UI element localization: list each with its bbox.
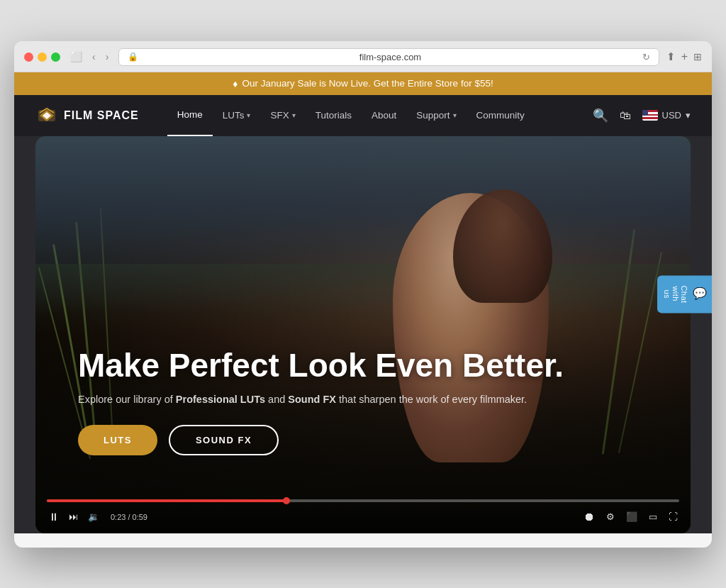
logo-link[interactable]: FILM SPACE	[35, 104, 139, 127]
play-circle-button[interactable]: ⏺	[582, 509, 596, 525]
chat-button[interactable]: 💬 Chat with us	[657, 275, 712, 313]
miniplayer-icon[interactable]: ⬛	[625, 510, 639, 523]
nav-support[interactable]: Support ▾	[406, 95, 466, 136]
reload-icon[interactable]: ↻	[642, 52, 650, 62]
share-icon[interactable]: ⬆	[666, 50, 676, 63]
volume-button[interactable]: 🔉	[86, 510, 101, 523]
browser-back-arrow[interactable]: ‹	[89, 50, 99, 64]
nav-luts[interactable]: LUTs ▾	[213, 95, 261, 136]
hero-subtitle: Explore our library of Professional LUTs…	[78, 394, 648, 405]
navigation: FILM SPACE Home LUTs ▾ SFX ▾ Tutorials	[14, 95, 712, 136]
browser-forward-arrow[interactable]: ›	[103, 50, 112, 64]
skip-forward-button[interactable]: ⏭	[67, 510, 79, 523]
video-progress-fill	[47, 499, 287, 502]
video-controls: ⏸ ⏭ 🔉 0:23 / 0:59 ⏺ ⚙ ⬛ ▭ ⛶	[35, 494, 691, 533]
us-flag-icon	[642, 110, 658, 121]
nav-sfx[interactable]: SFX ▾	[260, 95, 305, 136]
nav-tutorials[interactable]: Tutorials	[306, 95, 362, 136]
logo-text: FILM SPACE	[64, 109, 139, 122]
browser-nav-controls: ⬜ ‹ ›	[67, 50, 111, 64]
video-right-controls: ⏺ ⚙ ⬛ ▭ ⛶	[582, 509, 679, 525]
new-tab-icon[interactable]: +	[681, 50, 688, 63]
minimize-button[interactable]	[38, 52, 47, 62]
chat-icon: 💬	[693, 287, 706, 301]
currency-selector[interactable]: USD ▾	[642, 110, 691, 121]
controls-row: ⏸ ⏭ 🔉 0:23 / 0:59 ⏺ ⚙ ⬛ ▭ ⛶	[47, 509, 679, 525]
nav-community[interactable]: Community	[467, 95, 535, 136]
hero-buttons: LUTS SOUND FX	[78, 425, 648, 455]
chevron-down-icon: ▾	[247, 111, 250, 119]
close-button[interactable]	[24, 52, 33, 62]
soundfx-button[interactable]: SOUND FX	[169, 425, 279, 455]
theater-mode-icon[interactable]: ▭	[647, 510, 659, 523]
address-bar[interactable]: 🔒 film-space.com ↻	[118, 48, 659, 66]
nav-links: Home LUTs ▾ SFX ▾ Tutorials About Suppor	[167, 95, 593, 136]
diamond-icon: ♦	[233, 78, 238, 89]
lock-icon: 🔒	[128, 52, 138, 62]
grid-icon[interactable]: ⊞	[693, 51, 702, 62]
announcement-bar: ♦ Our January Sale is Now Live. Get the …	[14, 72, 712, 95]
logo-icon	[35, 104, 58, 127]
browser-chrome: ⬜ ‹ › 🔒 film-space.com ↻ ⬆ + ⊞	[14, 41, 712, 72]
maximize-button[interactable]	[51, 52, 60, 62]
time-display: 0:23 / 0:59	[111, 513, 147, 521]
settings-icon[interactable]: ⚙	[605, 510, 616, 523]
url-text: film-space.com	[144, 52, 636, 62]
chevron-down-icon: ▾	[292, 111, 296, 119]
nav-home[interactable]: Home	[167, 95, 213, 136]
nav-right-controls: 🔍 🛍 USD ▾	[593, 108, 691, 123]
chat-label: Chat with us	[663, 285, 688, 303]
chevron-down-icon: ▾	[453, 111, 457, 119]
hero-section: Make Perfect Look Even Better. Explore o…	[35, 136, 691, 533]
browser-window: ⬜ ‹ › 🔒 film-space.com ↻ ⬆ + ⊞ ♦ Our Jan…	[14, 41, 712, 548]
traffic-lights	[24, 52, 60, 62]
browser-back-button[interactable]: ⬜	[67, 50, 85, 64]
luts-button[interactable]: LUTS	[78, 425, 157, 455]
video-progress-bar[interactable]	[47, 499, 679, 502]
search-button[interactable]: 🔍	[593, 108, 608, 123]
site-content: ♦ Our January Sale is Now Live. Get the …	[14, 72, 712, 533]
nav-about[interactable]: About	[362, 95, 406, 136]
hero-content: Make Perfect Look Even Better. Explore o…	[35, 136, 691, 533]
fullscreen-icon[interactable]: ⛶	[667, 510, 679, 523]
hero-title: Make Perfect Look Even Better.	[78, 348, 648, 384]
currency-label: USD	[662, 110, 681, 121]
browser-right-controls: ⬆ + ⊞	[666, 50, 702, 63]
currency-chevron-icon: ▾	[686, 110, 691, 121]
pause-button[interactable]: ⏸	[47, 509, 60, 524]
cart-button[interactable]: 🛍	[620, 109, 631, 122]
announcement-text: Our January Sale is Now Live. Get the En…	[242, 78, 493, 89]
